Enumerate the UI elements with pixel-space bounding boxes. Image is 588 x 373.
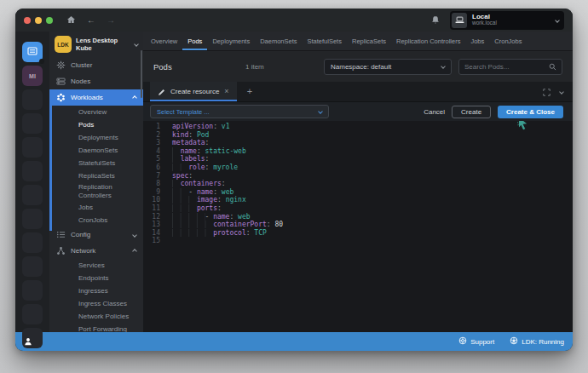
zoom-window-button[interactable] <box>46 17 53 24</box>
sidebar-subitem-replicasets[interactable]: ReplicaSets <box>49 169 143 182</box>
sidebar-item-workloads[interactable]: Workloads <box>49 89 143 106</box>
tab-cronjobs[interactable]: CronJobs <box>489 32 527 50</box>
sidebar-subitem-deployments[interactable]: Deployments <box>49 131 143 144</box>
tab-deployments[interactable]: Deployments <box>207 32 255 50</box>
collapse-dock-chevron-icon[interactable] <box>559 89 564 95</box>
sidebar-subitem-port-forwarding[interactable]: Port Forwarding <box>49 323 143 332</box>
forward-icon[interactable]: → <box>107 15 115 25</box>
sidebar-subitem-services[interactable]: Services <box>49 259 143 272</box>
sidebar-subitem-pods[interactable]: Pods <box>49 118 143 131</box>
search-input[interactable] <box>464 63 549 71</box>
editor-line: 1apiVersion: v1 <box>143 123 573 131</box>
titlebar: ← → Local work.local <box>15 9 573 32</box>
tab-overview[interactable]: Overview <box>146 32 182 50</box>
dock-tab-label: Create resource <box>170 88 219 95</box>
sidebar-cluster-header[interactable]: LDK Lens Desktop Kube <box>49 32 143 57</box>
expand-dock-icon[interactable] <box>543 84 551 100</box>
editor-line: 2kind: Pod <box>143 131 573 140</box>
tab-statefulsets[interactable]: StatefulSets <box>303 32 347 50</box>
hotbar-item-mi[interactable]: MI <box>22 66 43 86</box>
sidebar-item-config[interactable]: Config <box>49 227 143 243</box>
tab-replication-controllers[interactable]: Replication Controllers <box>391 32 465 50</box>
hotbar-placeholder <box>22 256 43 277</box>
line-number: 8 <box>143 180 160 188</box>
create-button[interactable]: Create <box>452 106 491 118</box>
editor-line: 8 containers: <box>143 180 573 188</box>
chevron-down-icon <box>134 42 139 47</box>
dock-tab-create-resource[interactable]: Create resource × <box>150 82 237 101</box>
tab-replicasets[interactable]: ReplicaSets <box>347 32 391 50</box>
notifications-bell-icon[interactable] <box>431 13 440 28</box>
editor-line: 11 ports: <box>143 204 573 213</box>
namespace-select-value: Namespace: default <box>331 63 391 71</box>
line-number: 1 <box>143 123 160 131</box>
sidebar-subitem-network-policies[interactable]: Network Policies <box>49 310 143 323</box>
traffic-lights <box>24 17 53 24</box>
hotbar-placeholder <box>22 280 43 301</box>
hotbar-placeholder <box>22 113 43 134</box>
new-tab-plus-icon[interactable]: + <box>247 87 252 96</box>
template-select[interactable]: Select Template ... <box>150 105 329 118</box>
cluster-switcher[interactable]: Local work.local <box>450 11 564 30</box>
sidebar-subitem-endpoints[interactable]: Endpoints <box>49 272 143 284</box>
support-button[interactable]: Support <box>458 336 494 347</box>
cluster-title: Lens Desktop Kube <box>76 37 129 52</box>
sidebar-subitem-jobs[interactable]: Jobs <box>49 201 143 214</box>
sidebar-scrollbar[interactable] <box>141 50 142 98</box>
cluster-status[interactable]: LDK: Running <box>510 336 564 347</box>
page-title: Pods <box>153 62 245 72</box>
pencil-icon <box>158 84 165 100</box>
close-window-button[interactable] <box>24 17 31 24</box>
notification-dot <box>39 59 44 64</box>
editor-line: 15 <box>143 237 573 245</box>
sidebar-nav: ClusterNodesWorkloadsOverviewPodsDeploym… <box>49 57 143 332</box>
user-icon[interactable] <box>24 334 32 349</box>
sidebar-item-nodes[interactable]: Nodes <box>49 73 143 89</box>
cancel-button[interactable]: Cancel <box>424 108 445 116</box>
hotbar-placeholder <box>22 304 43 324</box>
chevron-up-icon <box>132 249 137 254</box>
cluster-icon <box>56 60 66 70</box>
line-number: 3 <box>143 139 160 147</box>
sidebar-item-label: Workloads <box>71 94 103 101</box>
editor-line: 4 name: static-web <box>143 147 573 156</box>
sidebar-item-cluster[interactable]: Cluster <box>49 57 143 73</box>
workloads-icon <box>56 93 66 102</box>
sidebar-subitem-cronjobs[interactable]: CronJobs <box>49 214 143 227</box>
nodes-icon <box>56 77 66 86</box>
yaml-editor[interactable]: 1apiVersion: v12kind: Pod3metadata:4 nam… <box>143 121 573 332</box>
laptop-icon <box>452 13 467 28</box>
dock-tabbar: Create resource × + <box>143 82 573 102</box>
editor-line: 12 - name: web <box>143 213 573 221</box>
back-icon[interactable]: ← <box>87 15 95 25</box>
main-area: OverviewPodsDeploymentsDaemonSetsStatefu… <box>143 32 573 332</box>
line-number: 10 <box>143 196 160 204</box>
editor-line: 9 - name: web <box>143 188 573 197</box>
search-box <box>458 59 562 75</box>
minimize-window-button[interactable] <box>35 17 42 24</box>
hotbar-placeholder <box>22 209 43 229</box>
catalog-button[interactable] <box>22 42 43 62</box>
hotbar-placeholder <box>22 232 43 253</box>
sidebar-subitem-overview[interactable]: Overview <box>49 106 143 118</box>
line-number: 7 <box>143 172 160 181</box>
sidebar-subitem-daemonsets[interactable]: DaemonSets <box>49 144 143 157</box>
sidebar-item-label: Cluster <box>71 61 92 69</box>
sidebar-subitem-statefulsets[interactable]: StatefulSets <box>49 157 143 169</box>
sidebar-item-network[interactable]: Network <box>49 243 143 259</box>
create-resource-toolbar: Select Template ... Cancel Create Create… <box>143 102 573 121</box>
sidebar-subitem-replication-controllers[interactable]: Replication Controllers <box>49 182 143 201</box>
namespace-select[interactable]: Namespace: default <box>324 59 452 75</box>
tab-jobs[interactable]: Jobs <box>465 32 489 50</box>
tab-pods[interactable]: Pods <box>182 32 207 50</box>
content-header: Pods 1 item Namespace: default <box>143 51 573 82</box>
editor-line: 5 labels: <box>143 155 573 164</box>
sidebar-subitem-ingress-classes[interactable]: Ingress Classes <box>49 297 143 310</box>
hotbar-placeholder <box>22 137 43 158</box>
sidebar-subitem-ingresses[interactable]: Ingresses <box>49 284 143 297</box>
tab-daemonsets[interactable]: DaemonSets <box>255 32 302 50</box>
create-and-close-button[interactable]: Create & Close <box>498 106 563 118</box>
support-label: Support <box>470 338 494 346</box>
close-tab-icon[interactable]: × <box>224 88 228 95</box>
home-icon[interactable] <box>66 15 76 26</box>
